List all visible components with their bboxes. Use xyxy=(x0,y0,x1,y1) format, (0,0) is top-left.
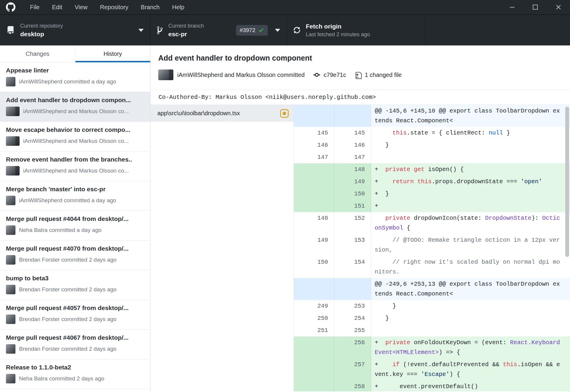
diff-row: 150154 // right now it's scaled badly on… xyxy=(294,256,570,278)
diff-row: 256+ private onFoldoutKeyDown = (event: … xyxy=(294,336,570,358)
diff-row: 150+ } xyxy=(294,188,570,200)
diff-scrollbar-thumb[interactable] xyxy=(565,107,569,257)
maximize-button[interactable] xyxy=(524,0,547,14)
diff-old-line-number xyxy=(294,278,334,300)
diff-row: 148+ private get isOpen() { xyxy=(294,163,570,176)
list-item[interactable]: Merge branch 'master' into esc-priAmWill… xyxy=(0,181,150,211)
diff-code-line: } xyxy=(371,300,570,312)
diff-new-line-number xyxy=(334,278,371,300)
commit-list-title: Merge branch 'master' into esc-pr xyxy=(6,186,144,193)
menu-item-view[interactable]: View xyxy=(69,0,94,14)
diff-row: 149+ return this.props.dropdownState ===… xyxy=(294,176,570,188)
chevron-down-icon xyxy=(138,29,144,32)
commit-list-meta-text: iAmWillShepherd and Markus Olsson co... xyxy=(23,108,129,115)
github-logo-icon xyxy=(6,2,15,12)
commit-avatars xyxy=(6,285,15,294)
menu-item-edit[interactable]: Edit xyxy=(46,0,68,14)
commit-list-meta: Brendan Forster committed 2 days ago xyxy=(6,314,144,324)
commit-list-title: Merge pull request #4044 from desktop/..… xyxy=(6,215,144,222)
pull-request-badge: #3972 xyxy=(236,25,268,36)
diff-code-line: } xyxy=(371,139,570,151)
menu-item-branch[interactable]: Branch xyxy=(134,0,166,14)
changed-files-panel: app\src\ui\toolbar\dropdown.tsx xyxy=(151,105,294,391)
commit-avatars xyxy=(6,225,15,235)
diff-row: 149153 // @TODO: Remake triangle octicon… xyxy=(294,234,570,256)
git-commit-icon xyxy=(313,71,321,79)
list-item[interactable]: Remove event handler from the branches..… xyxy=(0,151,150,181)
diff-row: 145145 this.state = { clientRect: null } xyxy=(294,127,570,139)
diff-row: 249253 } xyxy=(294,300,570,312)
commit-list-meta-text: Brendan Forster committed 2 days ago xyxy=(19,257,116,263)
diff-row: 151+ xyxy=(294,200,570,212)
diff-new-line-number: 149 xyxy=(334,176,371,188)
commit-list-meta: iAmWillShepherd committed a day ago xyxy=(6,77,144,86)
changed-file-row[interactable]: app\src\ui\toolbar\dropdown.tsx xyxy=(151,105,294,122)
avatar xyxy=(6,374,15,383)
diff-code-line: + event.preventDefault() xyxy=(371,380,570,391)
diff-old-line-number xyxy=(294,188,334,200)
diff-code-line: @@ -145,6 +145,10 @@ export class Toolba… xyxy=(371,105,570,127)
commit-list-title: Release to 1.1.0-beta2 xyxy=(6,364,144,371)
diff-old-line-number: 251 xyxy=(294,324,334,336)
avatar xyxy=(6,225,15,235)
current-repository-label: Current repository xyxy=(20,23,63,29)
diff-code-line: @@ -249,6 +253,13 @@ export class Toolba… xyxy=(371,278,570,300)
list-item[interactable]: Merge pull request #4044 from desktop/..… xyxy=(0,211,150,241)
diff-row: 250254 } xyxy=(294,312,570,324)
tab-history[interactable]: History xyxy=(75,45,151,62)
minimize-button[interactable] xyxy=(501,0,524,14)
diff-old-line-number: 145 xyxy=(294,127,334,139)
list-item[interactable]: Add event handler to dropdown compon...i… xyxy=(0,92,150,122)
menu-item-file[interactable]: File xyxy=(24,0,46,14)
git-branch-icon xyxy=(157,26,163,35)
close-button[interactable] xyxy=(547,0,570,14)
commit-avatars xyxy=(6,166,20,176)
current-repository-button[interactable]: Current repository desktop xyxy=(0,15,151,45)
commit-description: Co-Authored-By: Markus Olsson <niik@user… xyxy=(151,90,570,105)
menu-item-repository[interactable]: Repository xyxy=(94,0,135,14)
current-branch-button[interactable]: Current branch esc-pr #3972 xyxy=(151,15,287,45)
commit-avatars xyxy=(6,77,15,86)
toolbar: Current repository desktop Current branc… xyxy=(0,15,570,45)
menu-item-help[interactable]: Help xyxy=(166,0,191,14)
list-item[interactable]: bump to beta3Brendan Forster committed 2… xyxy=(0,270,150,300)
diff-code-line: + private onFoldoutKeyDown = (event: Rea… xyxy=(371,336,570,358)
list-item[interactable]: Appease linteriAmWillShepherd committed … xyxy=(0,62,150,92)
fetch-origin-button[interactable]: Fetch origin Last fetched 2 minutes ago xyxy=(287,15,425,45)
commit-list-meta: Brendan Forster committed 2 days ago xyxy=(6,255,144,265)
list-item[interactable]: Release to 1.1.0-beta2Neha Batra committ… xyxy=(0,359,150,389)
commit-list-title: Merge pull request #4067 from desktop/..… xyxy=(6,334,144,341)
commit-avatars xyxy=(6,196,15,205)
commit-list-meta-text: iAmWillShepherd committed a day ago xyxy=(19,78,116,85)
commit-list-meta-text: Brendan Forster committed 2 days ago xyxy=(19,286,116,293)
list-item[interactable]: Merge pull request #4070 from desktop/..… xyxy=(0,241,150,270)
list-item[interactable]: Move escape behavior to correct compo...… xyxy=(0,122,150,151)
list-item[interactable]: Merge pull request #4057 from desktop/..… xyxy=(0,300,150,330)
commit-title: Add event handler to dropdown component xyxy=(158,54,562,62)
diff-new-line-number: 145 xyxy=(334,127,371,139)
tab-changes[interactable]: Changes xyxy=(0,45,75,62)
diff-old-line-number xyxy=(294,105,334,127)
diff-code-line: + return this.props.dropdownState === 'o… xyxy=(371,176,570,188)
diff-row: 258+ event.preventDefault() xyxy=(294,380,570,391)
commit-list-meta-text: Neha Batra committed 2 days ago xyxy=(19,375,104,382)
list-item[interactable]: Merge pull request #4067 from desktop/..… xyxy=(0,330,150,359)
diff-row: 251255 xyxy=(294,324,570,336)
commit-byline: iAmWillShepherd and Markus Olsson commit… xyxy=(177,72,305,78)
current-repository-value: desktop xyxy=(20,31,63,38)
commit-list-meta: Brendan Forster committed 2 days ago xyxy=(6,285,144,294)
window-controls xyxy=(501,0,570,14)
diff-code-line: + } xyxy=(371,188,570,200)
repo-icon xyxy=(7,26,15,34)
commit-author-avatars xyxy=(158,69,173,80)
diff-new-line-number: 147 xyxy=(334,151,371,163)
diff-new-line-number: 154 xyxy=(334,256,371,278)
commit-list-title: Appease linter xyxy=(6,67,144,74)
diff-code-line: private dropdownIcon(state: DropdownStat… xyxy=(371,212,570,234)
diff-row: 148152 private dropdownIcon(state: Dropd… xyxy=(294,212,570,234)
avatar xyxy=(6,107,15,116)
diff-code-line: + if (!event.defaultPrevented && this.is… xyxy=(371,358,570,380)
diff-rows: @@ -145,6 +145,10 @@ export class Toolba… xyxy=(294,105,570,391)
avatar xyxy=(6,136,15,146)
diff-old-line-number: 249 xyxy=(294,300,334,312)
